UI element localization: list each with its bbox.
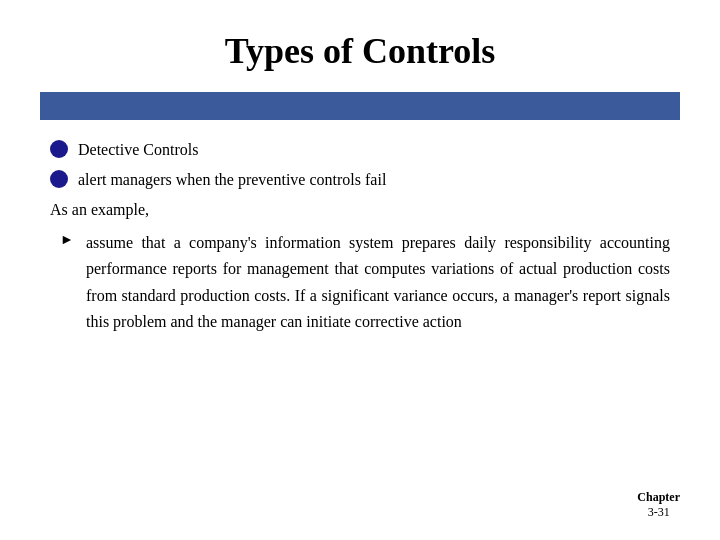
sub-bullet-area: ► assume that a company's information sy…: [60, 230, 670, 336]
bullet-icon-1: [50, 140, 68, 158]
content-area: Detective Controls alert managers when t…: [40, 138, 680, 336]
bullet-item-2: alert managers when the preventive contr…: [50, 168, 670, 192]
blue-bar: [40, 92, 680, 120]
arrow-icon: ►: [60, 232, 76, 248]
bullet-text-1: Detective Controls: [78, 138, 198, 162]
chapter-label: Chapter: [637, 490, 680, 505]
chapter-info: Chapter 3-31: [637, 490, 680, 520]
sub-bullet-text: assume that a company's information syst…: [86, 230, 670, 336]
slide-title: Types of Controls: [40, 30, 680, 72]
slide: Types of Controls Detective Controls ale…: [0, 0, 720, 540]
bullet-text-2: alert managers when the preventive contr…: [78, 168, 386, 192]
chapter-number: 3-31: [637, 505, 680, 520]
title-area: Types of Controls: [40, 30, 680, 72]
bullet-item-1: Detective Controls: [50, 138, 670, 162]
as-example-label: As an example,: [50, 198, 670, 222]
bullet-icon-2: [50, 170, 68, 188]
